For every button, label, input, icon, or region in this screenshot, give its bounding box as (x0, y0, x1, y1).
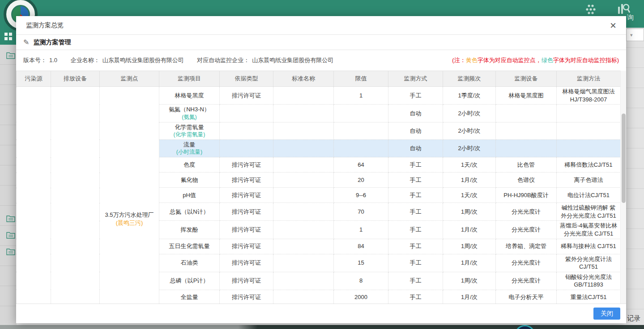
monitor-item-name: 全盐量 (162, 293, 217, 301)
basis-cell: 排污许可证 (220, 254, 273, 272)
close-button[interactable]: 关闭 (593, 308, 620, 320)
info-bar: 版本号：1.0 企业名称：山东晨鸣纸业集团股份有限公司 对应自动监控企业：山东晨… (16, 50, 626, 71)
table-row[interactable]: 3.5万方污水处理厂(晨鸣三污)林格曼黑度排污许可证1手工1季度/次林格曼黑度图… (17, 87, 621, 105)
monitor-point-name: 3.5万方污水处理厂 (102, 211, 157, 219)
mode-cell: 手工 (388, 290, 443, 304)
basis-cell: 排污许可证 (220, 290, 273, 304)
monitor-item-name: 总氮（以N计） (162, 208, 217, 216)
limit-cell (334, 139, 388, 157)
device-cell (496, 139, 557, 157)
note-mid: 字体为对应自动监控点， (478, 57, 542, 63)
close-icon[interactable]: × (610, 21, 616, 30)
column-header: 监测方式 (388, 71, 443, 87)
monitoring-plan-dialog: 监测方案总览 × ✎ 监测方案管理 版本号：1.0 企业名称：山东晨鸣纸业集团股… (16, 16, 626, 323)
version-label: 版本号： (23, 57, 47, 63)
item-cell: 氨氮（NH3-N）(氨氮) (159, 105, 220, 122)
monitor-point-alias: (晨鸣三污) (102, 219, 157, 227)
basis-cell (220, 105, 273, 122)
column-header: 标准名称 (273, 71, 334, 87)
standard-cell (273, 272, 334, 290)
background-partial-text: 记录 (627, 314, 640, 323)
limit-cell: 9--6 (334, 188, 388, 203)
device-cell: 林格曼黑度图 (496, 87, 557, 105)
column-header: 监测设备 (496, 71, 557, 87)
item-cell: 化学需氧量(化学需氧量) (159, 122, 220, 139)
pen-icon: ✎ (23, 38, 29, 46)
method-cell: 离子色谱法 (557, 173, 621, 188)
column-header: 污染源 (17, 71, 51, 87)
company-label: 企业名称： (71, 57, 100, 63)
device-cell: 色谱仪 (496, 173, 557, 188)
apps-grid-icon[interactable] (584, 3, 597, 18)
method-cell: 林格曼烟气黑度图法HJ/T398-2007 (557, 87, 621, 105)
mode-cell: 手工 (388, 239, 443, 254)
standard-cell (273, 254, 334, 272)
auto-indicator-alias: (小时流量) (162, 148, 217, 156)
limit-cell: 2000 (334, 290, 388, 304)
table-scrollbar-thumb[interactable] (622, 114, 626, 203)
auto-company-value: 山东晨鸣纸业集团股份有限公司 (252, 57, 333, 63)
version-value: 1.0 (49, 57, 57, 63)
note-green-word: 绿色 (542, 57, 553, 63)
monitor-item-name: 流量 (162, 141, 217, 149)
standard-cell (273, 105, 334, 122)
sidebar-header[interactable] (0, 28, 17, 45)
limit-cell: 1 (334, 221, 388, 239)
auto-indicator-alias: (化学需氧量) (162, 131, 217, 139)
pollution-source-cell (17, 87, 51, 304)
item-cell: 挥发酚 (159, 221, 220, 239)
background-dropdown[interactable]: ▾ (626, 29, 644, 41)
method-cell (557, 105, 621, 122)
item-cell: pH值 (159, 188, 220, 203)
standard-cell (273, 139, 334, 157)
dialog-titlebar: 监测方案总览 × (16, 16, 626, 35)
monitor-item-name: 化学需氧量 (162, 123, 217, 131)
limit-cell: 70 (334, 203, 388, 221)
monitor-item-name: 氟化物 (162, 176, 217, 184)
folder-icon[interactable] (6, 51, 15, 59)
folder-icon[interactable] (6, 215, 15, 222)
folder-icon[interactable] (6, 248, 15, 255)
monitor-item-name: 挥发酚 (162, 226, 217, 234)
folder-icon[interactable] (6, 231, 15, 239)
item-cell: 五日生化需氧量 (159, 239, 220, 254)
standard-cell (273, 290, 334, 304)
monitor-item-name: 石油类 (162, 259, 217, 267)
plan-table: 污染源排放设备监测点监测项目依据类型标准名称限值监测方式监测频次监测设备监测方法… (16, 71, 620, 304)
freq-cell: 2小时/次 (443, 122, 496, 139)
freq-cell: 1周/次 (443, 239, 496, 254)
device-cell: 分光光度计 (496, 221, 557, 239)
device-cell (496, 122, 557, 139)
note-suffix: 字体为对应自动监控指标) (553, 57, 619, 63)
method-cell: 稀释与接种法 CJ/T51 (557, 239, 621, 254)
limit-cell (334, 105, 388, 122)
basis-cell (220, 139, 273, 157)
limit-cell: 64 (334, 157, 388, 173)
standard-cell (273, 157, 334, 173)
item-cell: 总氮（以N计） (159, 203, 220, 221)
mode-cell: 手工 (388, 221, 443, 239)
discharge-equipment-cell (51, 87, 100, 304)
background-footer-bar (0, 325, 644, 329)
freq-cell: 1周/次 (443, 203, 496, 221)
limit-cell: 84 (334, 239, 388, 254)
basis-cell: 排污许可证 (220, 157, 273, 173)
freq-cell: 1月/次 (443, 173, 496, 188)
mode-cell: 手工 (388, 203, 443, 221)
standard-cell (273, 122, 334, 139)
item-cell: 全盐量 (159, 290, 220, 304)
monitor-item-name: 林格曼黑度 (162, 92, 217, 100)
device-cell: 分光光度计 (496, 203, 557, 221)
item-cell: 色度 (159, 157, 220, 173)
method-cell: 紫外分光光度计法 CJ/T51 (557, 254, 621, 272)
freq-cell: 1周/次 (443, 272, 496, 290)
basis-cell: 排污许可证 (220, 239, 273, 254)
table-scrollbar[interactable] (620, 71, 626, 304)
standard-cell (273, 239, 334, 254)
standard-cell (273, 188, 334, 203)
device-cell: 培养箱、滴定管 (496, 239, 557, 254)
column-header: 监测项目 (159, 71, 220, 87)
basis-cell: 排污许可证 (220, 272, 273, 290)
device-cell: PH-HJ90B酸度计 (496, 188, 557, 203)
note-prefix: (注： (452, 57, 465, 63)
